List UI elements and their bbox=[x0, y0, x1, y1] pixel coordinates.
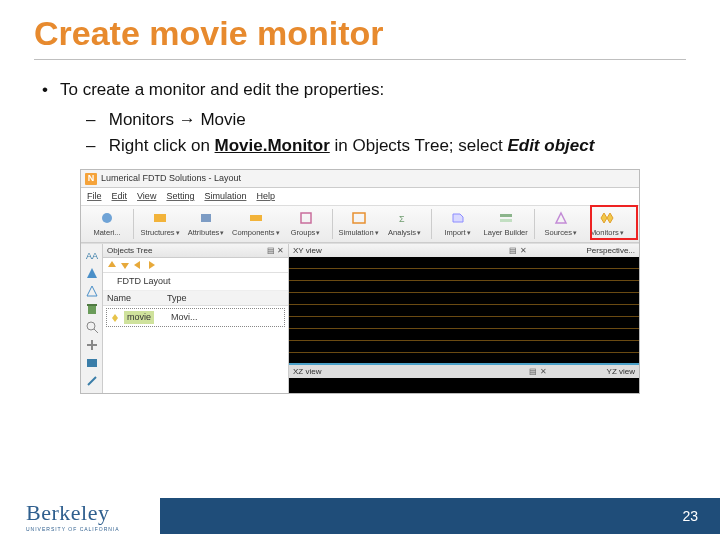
tree-row-name: movie bbox=[124, 311, 154, 324]
tb-groups-label: Groups bbox=[291, 228, 316, 237]
tb-import[interactable]: Import▾ bbox=[436, 208, 480, 240]
arrow-down-icon[interactable] bbox=[120, 260, 130, 270]
tree-root[interactable]: FDTD Layout bbox=[103, 273, 288, 291]
tree-header: Objects Tree ▤ ✕ bbox=[103, 244, 288, 258]
side-search-icon[interactable] bbox=[85, 320, 99, 334]
tree-col-type: Type bbox=[167, 292, 187, 305]
footer: Berkeley UNIVERSITY OF CALIFORNIA 23 bbox=[0, 492, 720, 540]
arrow-icon: → bbox=[179, 110, 196, 129]
svg-rect-7 bbox=[500, 214, 512, 217]
lvl2a-pre: Monitors bbox=[109, 110, 179, 129]
svg-line-13 bbox=[94, 329, 98, 333]
side-wand-icon[interactable] bbox=[85, 374, 99, 388]
svg-rect-10 bbox=[88, 306, 96, 314]
menu-setting[interactable]: Setting bbox=[166, 190, 194, 203]
app-title: Lumerical FDTD Solutions - Layout bbox=[101, 172, 241, 185]
tb-groups[interactable]: Groups▾ bbox=[284, 208, 328, 240]
tb-import-label: Import bbox=[444, 228, 465, 237]
tb-simulation-label: Simulation bbox=[339, 228, 374, 237]
tb-simulation[interactable]: Simulation▾ bbox=[337, 208, 381, 240]
svg-rect-4 bbox=[301, 213, 311, 223]
tb-components[interactable]: Components▾ bbox=[230, 208, 282, 240]
tree-nav-row bbox=[103, 258, 288, 273]
tb-components-label: Components bbox=[232, 228, 275, 237]
footer-bar: 23 bbox=[160, 498, 720, 534]
view-xy-label: XY view bbox=[293, 245, 322, 256]
view-xy[interactable] bbox=[289, 257, 639, 363]
tb-sources-label: Sources bbox=[545, 228, 573, 237]
svg-text:Σ: Σ bbox=[399, 214, 405, 224]
tree-col-name: Name bbox=[107, 292, 167, 305]
logo-sub: UNIVERSITY OF CALIFORNIA bbox=[26, 526, 160, 532]
side-plus-icon[interactable] bbox=[85, 338, 99, 352]
content-body: •To create a monitor and edit the proper… bbox=[0, 60, 720, 394]
tb-materials-label: Materi... bbox=[93, 228, 120, 239]
view-yz-label: YZ view bbox=[607, 366, 635, 377]
tb-analysis[interactable]: ΣAnalysis▾ bbox=[383, 208, 427, 240]
arrow-right-icon[interactable] bbox=[146, 260, 156, 270]
side-aa-icon[interactable]: AA bbox=[85, 248, 99, 262]
menu-file[interactable]: File bbox=[87, 190, 102, 203]
svg-rect-5 bbox=[353, 213, 365, 223]
viewport-area: XY view ▤ ✕Perspective... XZ view ▤ ✕YZ … bbox=[289, 244, 639, 393]
lvl2b-movie-monitor: Movie.Monitor bbox=[215, 136, 330, 155]
svg-rect-16 bbox=[87, 359, 97, 367]
arrow-up-icon[interactable] bbox=[107, 260, 117, 270]
lvl2b-edit-object: Edit object bbox=[507, 136, 594, 155]
tb-structures[interactable]: Structures▾ bbox=[138, 208, 182, 240]
tb-attributes-label: Attributes bbox=[188, 228, 220, 237]
view-bottom-row: XZ view ▤ ✕YZ view bbox=[289, 365, 639, 393]
svg-rect-2 bbox=[201, 214, 211, 222]
bullet-lvl2-b: – Right click on Movie.Monitor in Object… bbox=[86, 134, 678, 158]
table-row[interactable]: movie Movi... bbox=[106, 308, 285, 327]
view-xy-header: XY view ▤ ✕Perspective... bbox=[289, 244, 639, 257]
tree-header-controls[interactable]: ▤ ✕ bbox=[267, 245, 284, 256]
tb-analysis-label: Analysis bbox=[388, 228, 416, 237]
bullet-lvl2-a: – Monitors → Movie bbox=[86, 108, 678, 132]
objects-tree-pane: Objects Tree ▤ ✕ FDTD Layout Name Type bbox=[103, 244, 289, 393]
menu-edit[interactable]: Edit bbox=[112, 190, 128, 203]
view-top-row: XY view ▤ ✕Perspective... bbox=[289, 244, 639, 363]
svg-rect-3 bbox=[250, 215, 262, 221]
bullet-lvl1: •To create a monitor and edit the proper… bbox=[42, 78, 678, 102]
titlebar: N Lumerical FDTD Solutions - Layout bbox=[81, 170, 639, 188]
menu-help[interactable]: Help bbox=[256, 190, 275, 203]
bullet-lvl1-text: To create a monitor and edit the propert… bbox=[60, 80, 384, 99]
tree-col-header: Name Type bbox=[103, 291, 288, 307]
tb-layerbuilder-label: Layer Builder bbox=[484, 228, 528, 239]
tb-sources[interactable]: Sources▾ bbox=[539, 208, 583, 240]
tree-title: Objects Tree bbox=[107, 245, 152, 256]
page-number: 23 bbox=[682, 508, 698, 524]
view-xz[interactable] bbox=[289, 378, 639, 393]
side-rect-icon[interactable] bbox=[85, 356, 99, 370]
workspace: AA Objects Tree ▤ ✕ bbox=[81, 243, 639, 393]
svg-text:AA: AA bbox=[86, 251, 98, 261]
tb-structures-label: Structures bbox=[140, 228, 174, 237]
highlight-monitors bbox=[590, 205, 638, 240]
tree-row-icon bbox=[111, 313, 121, 323]
menu-view[interactable]: View bbox=[137, 190, 156, 203]
arrow-left-icon[interactable] bbox=[133, 260, 143, 270]
svg-rect-11 bbox=[87, 304, 97, 306]
svg-point-12 bbox=[87, 322, 95, 330]
view-bottom-header: XZ view ▤ ✕YZ view bbox=[289, 365, 639, 378]
berkeley-logo: Berkeley UNIVERSITY OF CALIFORNIA bbox=[0, 492, 160, 540]
side-tri2-icon[interactable] bbox=[85, 284, 99, 298]
svg-rect-1 bbox=[154, 214, 166, 222]
view-persp-label: Perspective... bbox=[587, 245, 635, 256]
side-trash-icon[interactable] bbox=[85, 302, 99, 316]
tb-materials[interactable]: Materi... bbox=[85, 208, 129, 240]
lvl2b-post1: in Objects Tree; select bbox=[330, 136, 508, 155]
tb-attributes[interactable]: Attributes▾ bbox=[184, 208, 228, 240]
logo-word: Berkeley bbox=[26, 500, 160, 526]
svg-rect-8 bbox=[500, 219, 512, 222]
menubar: File Edit View Setting Simulation Help bbox=[81, 188, 639, 206]
view-xz-label: XZ view bbox=[293, 366, 321, 377]
app-window: N Lumerical FDTD Solutions - Layout File… bbox=[80, 169, 640, 394]
side-tri-icon[interactable] bbox=[85, 266, 99, 280]
tb-layerbuilder[interactable]: Layer Builder bbox=[482, 208, 530, 240]
menu-simulation[interactable]: Simulation bbox=[204, 190, 246, 203]
app-logo-icon: N bbox=[85, 173, 97, 185]
tree-row-type: Movi... bbox=[171, 311, 198, 324]
slide-title: Create movie monitor bbox=[0, 0, 720, 53]
